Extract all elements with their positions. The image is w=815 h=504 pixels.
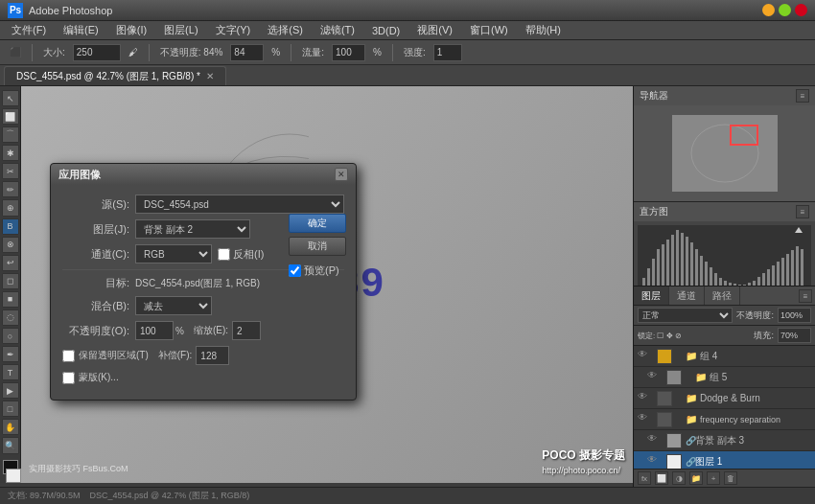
menu-file[interactable]: 文件(F) xyxy=(4,21,54,39)
tool-dodge[interactable]: ○ xyxy=(2,328,19,344)
tool-clone[interactable]: ⊗ xyxy=(2,237,19,253)
menu-edit[interactable]: 编辑(E) xyxy=(56,21,106,39)
mask-checkbox[interactable] xyxy=(62,372,75,384)
menu-select[interactable]: 选择(S) xyxy=(260,21,311,39)
tool-history-brush[interactable]: ↩ xyxy=(2,255,19,271)
layer-row-4[interactable]: 👁 🔗 背景 副本 3 xyxy=(634,430,815,451)
status-file: DSC_4554.psd @ 42.7% (图层 1, RGB/8) xyxy=(90,490,250,502)
menu-layer[interactable]: 图层(L) xyxy=(156,21,205,39)
tool-blur[interactable]: ◌ xyxy=(2,309,19,326)
tool-spot-heal[interactable]: ⊕ xyxy=(2,199,19,216)
thumb-2 xyxy=(657,391,672,406)
close-button[interactable] xyxy=(795,4,807,16)
navigator-menu-icon[interactable]: ≡ xyxy=(796,89,809,103)
flow-input[interactable] xyxy=(332,44,365,61)
tool-lasso[interactable]: ⌒ xyxy=(2,126,19,143)
dialog-title-bar[interactable]: 应用图像 ✕ xyxy=(51,164,356,185)
tool-gradient[interactable]: ■ xyxy=(2,291,19,308)
maximize-button[interactable] xyxy=(779,4,791,16)
menu-view[interactable]: 视图(V) xyxy=(409,21,460,39)
navigator-header[interactable]: 导航器 ≡ xyxy=(634,86,815,105)
tool-mode: ⬛ xyxy=(6,45,25,59)
menu-help[interactable]: 帮助(H) xyxy=(518,21,569,39)
menu-image[interactable]: 图像(I) xyxy=(108,21,154,39)
svg-rect-6 xyxy=(642,278,645,286)
strength-input[interactable] xyxy=(433,44,462,61)
tool-move[interactable]: ↖ xyxy=(2,90,19,106)
menu-3d[interactable]: 3D(D) xyxy=(364,23,408,38)
toolbar-sep-4 xyxy=(392,44,393,61)
layer-delete-button[interactable]: 🗑 xyxy=(724,471,737,485)
menu-text[interactable]: 文字(Y) xyxy=(208,21,259,39)
document-tab[interactable]: DSC_4554.psd @ 42.7% (图层 1, RGB/8) * ✕ xyxy=(4,66,226,85)
opacity-dialog-input[interactable] xyxy=(135,321,174,340)
strength-label: 强度: xyxy=(400,44,430,61)
eye-5[interactable]: 👁 xyxy=(647,454,663,470)
tool-eraser[interactable]: ◻ xyxy=(2,273,19,289)
layers-fill-input[interactable] xyxy=(778,328,811,343)
eye-4[interactable]: 👁 xyxy=(647,433,663,448)
preserve-checkbox[interactable] xyxy=(62,350,75,362)
layers-opacity-input[interactable] xyxy=(778,308,811,323)
layer-row-0[interactable]: 👁 📁 组 4 xyxy=(634,346,815,367)
blending-select[interactable]: 减去 xyxy=(135,296,212,315)
tab-paths[interactable]: 路径 xyxy=(705,286,740,305)
dialog-cancel-button[interactable]: 取消 xyxy=(289,237,346,256)
brush-size-label: 大小: xyxy=(39,44,69,61)
eye-1[interactable]: 👁 xyxy=(647,370,663,385)
tool-text[interactable]: T xyxy=(2,364,19,380)
dialog-close-button[interactable]: ✕ xyxy=(335,168,348,181)
layer-mask-button[interactable]: ⬜ xyxy=(655,471,668,485)
layer-name-5: 图层 1 xyxy=(695,455,811,469)
tool-path-select[interactable]: ▶ xyxy=(2,382,19,399)
scale-input[interactable] xyxy=(232,321,261,340)
layer-new-button[interactable]: + xyxy=(707,471,720,485)
layer-fx-button[interactable]: fx xyxy=(638,471,651,485)
dialog-ok-button[interactable]: 确定 xyxy=(289,214,346,233)
offset-input[interactable] xyxy=(196,346,229,365)
layer-row-2[interactable]: 👁 📁 Dodge & Burn xyxy=(634,388,815,409)
eye-0[interactable]: 👁 xyxy=(638,349,653,364)
layer-folder-button[interactable]: 📁 xyxy=(689,471,703,485)
tool-crop[interactable]: ✂ xyxy=(2,163,19,179)
layers-menu-icon[interactable]: ≡ xyxy=(799,289,812,303)
window-controls[interactable] xyxy=(762,4,807,16)
brush-size-input[interactable] xyxy=(73,44,121,61)
toolbar-sep-1 xyxy=(32,44,33,61)
tool-marquee[interactable]: ⬜ xyxy=(2,108,19,125)
invert-checkbox[interactable] xyxy=(218,248,230,261)
layer-row-5[interactable]: 👁 🔗 图层 1 xyxy=(634,451,815,469)
tab-layers[interactable]: 图层 xyxy=(634,286,669,305)
layer-adj-button[interactable]: ◑ xyxy=(672,471,686,485)
tab-close-button[interactable]: ✕ xyxy=(206,71,214,81)
tool-hand[interactable]: ✋ xyxy=(2,419,19,435)
tool-pen[interactable]: ✒ xyxy=(2,346,19,362)
tool-brush[interactable]: B xyxy=(2,218,19,235)
layer-select[interactable]: 背景 副本 2 xyxy=(135,219,250,239)
menu-window[interactable]: 窗口(W) xyxy=(462,21,516,39)
eye-3[interactable]: 👁 xyxy=(638,412,653,427)
eye-2[interactable]: 👁 xyxy=(638,391,653,406)
tool-eyedropper[interactable]: ✏ xyxy=(2,181,19,197)
opacity-input[interactable] xyxy=(230,44,264,61)
layer-row-1[interactable]: 👁 📁 组 5 xyxy=(634,367,815,388)
tool-zoom[interactable]: 🔍 xyxy=(2,437,19,453)
tool-shape[interactable]: □ xyxy=(2,401,19,417)
histogram-menu-icon[interactable]: ≡ xyxy=(796,205,809,218)
preview-checkbox[interactable] xyxy=(289,264,301,277)
channel-label: 通道(C): xyxy=(62,247,129,262)
offset-label: 补偿(F): xyxy=(158,349,193,362)
minimize-button[interactable] xyxy=(762,4,775,16)
histogram-title: 直方图 xyxy=(640,205,668,218)
tab-channels[interactable]: 通道 xyxy=(669,286,705,305)
blend-mode-select[interactable]: 正常 xyxy=(638,308,733,323)
tool-magic-wand[interactable]: ✱ xyxy=(2,145,19,161)
layer-row-3[interactable]: 👁 📁 frequency separation xyxy=(634,409,815,430)
channel-select[interactable]: RGB xyxy=(135,244,212,263)
background-color[interactable] xyxy=(6,469,21,483)
menu-filter[interactable]: 滤镜(T) xyxy=(313,21,362,39)
histogram-header[interactable]: 直方图 ≡ xyxy=(634,202,815,221)
source-select[interactable]: DSC_4554.psd xyxy=(135,195,344,214)
flow-label: 流量: xyxy=(298,44,328,61)
thumb-5 xyxy=(666,454,682,470)
